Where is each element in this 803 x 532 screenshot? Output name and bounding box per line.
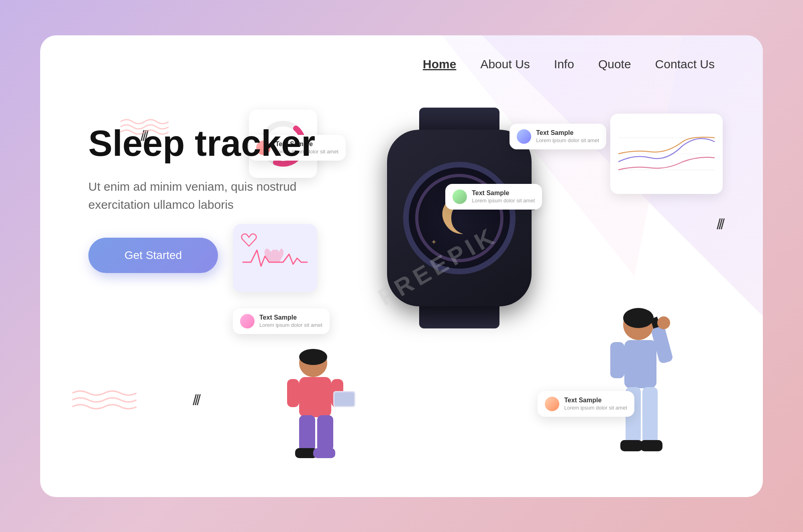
hero-subtitle: Ut enim ad minim veniam, quis nostrud ex… xyxy=(88,177,329,214)
svg-rect-19 xyxy=(624,340,656,388)
watch-band-bottom xyxy=(419,306,499,328)
watch-band-top xyxy=(419,108,499,130)
line-chart-card xyxy=(610,114,723,194)
svg-rect-8 xyxy=(299,377,331,417)
nav-info[interactable]: Info xyxy=(554,57,574,71)
float-card-5: Text Sample Lorem ipsum dolor sit amet xyxy=(538,391,634,417)
float-label-3: Text Sample xyxy=(472,190,535,197)
nav-home[interactable]: Home xyxy=(423,57,456,71)
svg-rect-24 xyxy=(642,387,658,443)
get-started-button[interactable]: Get Started xyxy=(88,238,218,273)
avatar-4 xyxy=(240,314,255,328)
watch-face: ✦ ✦ xyxy=(403,162,516,274)
svg-rect-20 xyxy=(610,342,624,378)
avatar-2 xyxy=(517,129,531,144)
svg-rect-25 xyxy=(620,440,642,451)
deco-slashes-br: /// xyxy=(193,392,199,409)
float-sub-3: Lorem ipsum dolor sit amet xyxy=(472,198,535,204)
svg-rect-16 xyxy=(313,448,335,458)
float-sub-4: Lorem ipsum dolor sit amet xyxy=(259,322,322,328)
watch-body: ✦ ✦ xyxy=(387,130,532,306)
hero-section: Sleep tracker Ut enim ad minim veniam, q… xyxy=(88,124,329,273)
float-card-2: Text Sample Lorem ipsum dolor sit amet xyxy=(510,124,606,149)
hero-title: Sleep tracker xyxy=(88,124,329,163)
avatar-5 xyxy=(545,397,559,411)
float-label-2: Text Sample xyxy=(536,129,599,137)
float-card-3: Text Sample Lorem ipsum dolor sit amet xyxy=(445,184,542,210)
float-sub-2: Lorem ipsum dolor sit amet xyxy=(536,137,599,143)
avatar-3 xyxy=(452,190,467,204)
star-sparkle2: ✦ xyxy=(431,238,437,247)
float-label-4: Text Sample xyxy=(259,314,322,321)
nav-contact[interactable]: Contact Us xyxy=(655,57,715,71)
nav-quote[interactable]: Quote xyxy=(598,57,631,71)
person-sitting xyxy=(273,339,369,469)
svg-point-7 xyxy=(299,349,327,365)
nav-about[interactable]: About Us xyxy=(480,57,530,71)
svg-point-18 xyxy=(623,308,654,328)
wavy-bottom-left xyxy=(72,387,137,417)
svg-rect-12 xyxy=(334,392,354,406)
float-card-4: Text Sample Lorem ipsum dolor sit amet xyxy=(233,308,330,334)
float-sub-5: Lorem ipsum dolor sit amet xyxy=(564,405,627,411)
svg-rect-14 xyxy=(317,415,333,451)
svg-rect-13 xyxy=(299,415,315,451)
float-label-5: Text Sample xyxy=(564,397,627,404)
main-card: Home About Us Info Quote Contact Us /// … xyxy=(40,35,763,497)
svg-rect-9 xyxy=(287,379,299,407)
svg-point-22 xyxy=(657,316,670,329)
trend-chart xyxy=(618,122,715,186)
person-standing xyxy=(598,303,679,473)
navbar: Home About Us Info Quote Contact Us xyxy=(423,57,715,71)
svg-rect-26 xyxy=(640,440,662,451)
deco-slashes-tr: /// xyxy=(717,216,723,233)
